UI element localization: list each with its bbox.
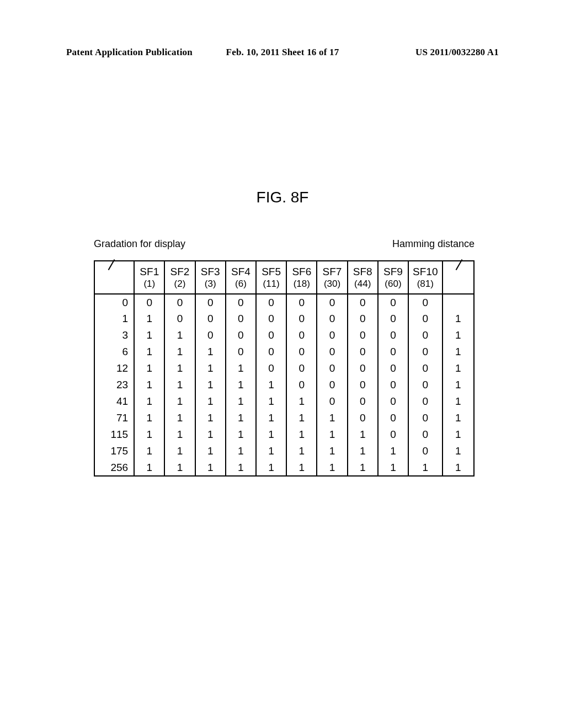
gradation-table: SF1(1) SF2(2) SF3(3) SF4(6) SF5(11) SF6(… — [94, 260, 475, 477]
header-center: Feb. 10, 2011 Sheet 16 of 17 — [226, 47, 339, 58]
sf-cell: 0 — [408, 294, 443, 311]
sf-cell: 1 — [256, 443, 286, 459]
sf-cell: 0 — [348, 377, 378, 393]
sf-cell: 1 — [317, 426, 347, 443]
sf-cell: 1 — [195, 410, 226, 426]
sf-cell: 1 — [226, 393, 256, 410]
gradation-cell: 6 — [94, 344, 134, 360]
sf-cell: 1 — [286, 393, 317, 410]
sf-cell: 1 — [226, 360, 256, 377]
sf-cell: 1 — [195, 426, 226, 443]
sf-cell: 1 — [164, 426, 195, 443]
sf-cell: 0 — [164, 294, 195, 311]
sf-cell: 0 — [378, 360, 408, 377]
sf-cell: 1 — [195, 459, 226, 476]
sf-cell: 1 — [134, 344, 164, 360]
sf-name: SF9 — [383, 266, 403, 277]
labels-row: Gradation for display Hamming distance — [94, 238, 475, 260]
sf-cell: 1 — [286, 459, 317, 476]
sf-weight: (6) — [228, 278, 253, 290]
hamming-cell: 1 — [443, 443, 474, 459]
sf-cell: 1 — [164, 443, 195, 459]
sf-cell: 0 — [317, 393, 347, 410]
sf-cell: 0 — [134, 294, 164, 311]
sf-cell: 1 — [164, 393, 195, 410]
sf-cell: 1 — [134, 410, 164, 426]
patent-header: Patent Application Publication Feb. 10, … — [0, 47, 565, 58]
sf-name: SF2 — [170, 266, 190, 277]
sf-cell: 0 — [256, 344, 286, 360]
sf-cell: 0 — [317, 360, 347, 377]
col-head-sf5: SF5(11) — [256, 261, 286, 294]
sf-cell: 1 — [256, 393, 286, 410]
gradation-cell: 41 — [94, 393, 134, 410]
sf-weight: (60) — [381, 278, 406, 290]
sf-cell: 0 — [378, 327, 408, 344]
sf-cell: 1 — [195, 344, 226, 360]
table-row: 1211110000001 — [94, 360, 474, 377]
sf-cell: 1 — [164, 360, 195, 377]
sf-cell: 0 — [348, 344, 378, 360]
hamming-cell: 1 — [443, 426, 474, 443]
sf-cell: 0 — [317, 344, 347, 360]
hamming-cell: 1 — [443, 327, 474, 344]
sf-cell: 0 — [317, 311, 347, 327]
sf-cell: 0 — [348, 311, 378, 327]
header-left: Patent Application Publication — [66, 47, 193, 58]
header-right: US 2011/0032280 A1 — [415, 47, 499, 58]
sf-cell: 1 — [256, 410, 286, 426]
sf-weight-val: 1 — [147, 279, 152, 289]
table-row: 7111111110001 — [94, 410, 474, 426]
gradation-cell: 12 — [94, 360, 134, 377]
sf-name: SF4 — [231, 266, 250, 277]
gradation-cell: 1 — [94, 311, 134, 327]
gradation-cell: 71 — [94, 410, 134, 426]
sf-cell: 1 — [134, 377, 164, 393]
table-row: 2311111000001 — [94, 377, 474, 393]
hamming-cell: 1 — [443, 459, 474, 476]
sf-cell: 1 — [408, 459, 443, 476]
sf-cell: 0 — [378, 377, 408, 393]
hamming-cell: 1 — [443, 360, 474, 377]
sf-cell: 1 — [317, 459, 347, 476]
sf-cell: 0 — [226, 311, 256, 327]
sf-cell: 0 — [408, 426, 443, 443]
gradation-cell: 115 — [94, 426, 134, 443]
table-row: 17511111111101 — [94, 443, 474, 459]
hamming-cell: 1 — [443, 344, 474, 360]
sf-name: SF10 — [413, 266, 438, 277]
sf-cell: 1 — [226, 443, 256, 459]
col-head-sf9: SF9(60) — [378, 261, 408, 294]
sf-cell: 1 — [286, 426, 317, 443]
sf-cell: 1 — [195, 377, 226, 393]
sf-cell: 0 — [256, 294, 286, 311]
sf-weight-val: 81 — [420, 279, 430, 289]
sf-cell: 1 — [195, 360, 226, 377]
table-row: 11511111111001 — [94, 426, 474, 443]
col-head-sf10: SF10(81) — [408, 261, 443, 294]
sf-cell: 0 — [286, 344, 317, 360]
sf-cell: 0 — [348, 360, 378, 377]
table-row: 311000000001 — [94, 327, 474, 344]
sf-cell: 0 — [256, 311, 286, 327]
sf-weight-val: 60 — [388, 279, 398, 289]
sf-cell: 0 — [408, 410, 443, 426]
sf-cell: 0 — [256, 327, 286, 344]
sf-cell: 1 — [134, 426, 164, 443]
sf-cell: 0 — [408, 443, 443, 459]
hamming-cell: 1 — [443, 377, 474, 393]
gradation-label: Gradation for display — [94, 238, 185, 250]
sf-weight: (44) — [350, 278, 375, 290]
col-head-sf8: SF8(44) — [348, 261, 378, 294]
table-row: 611100000001 — [94, 344, 474, 360]
sf-name: SF6 — [292, 266, 311, 277]
col-head-sf1: SF1(1) — [134, 261, 164, 294]
figure-content: Gradation for display Hamming distance S… — [94, 238, 475, 477]
sf-weight: (81) — [411, 278, 440, 290]
sf-weight-val: 6 — [238, 279, 243, 289]
sf-cell: 0 — [195, 327, 226, 344]
gradation-cell: 0 — [94, 294, 134, 311]
sf-cell: 0 — [348, 393, 378, 410]
sf-cell: 1 — [317, 443, 347, 459]
sf-cell: 0 — [317, 377, 347, 393]
